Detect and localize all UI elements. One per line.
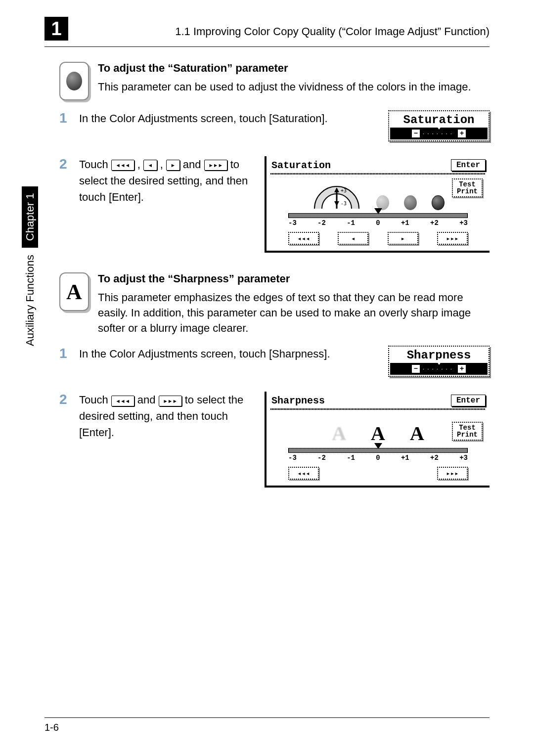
step-number: 1: [59, 346, 79, 377]
chip-dots: ∙∙∙∙∙∙∙: [423, 130, 455, 137]
step-number: 2: [59, 156, 79, 253]
side-tab-text: Auxiliary Functions: [24, 255, 36, 346]
back-button-icon[interactable]: ◂: [143, 160, 157, 171]
t: Print: [457, 431, 478, 439]
tick: -3: [288, 454, 297, 462]
tick: +1: [401, 454, 409, 462]
page-number: 1-6: [44, 722, 59, 733]
rewind-button-icon[interactable]: ◂◂◂: [111, 160, 134, 171]
sample-a-mid-icon: A: [371, 422, 385, 445]
saturation-gauge-row: +3 -3: [273, 178, 483, 210]
side-tab-chapter: Chapter 1: [22, 186, 38, 248]
fast-forward-button[interactable]: ▸▸▸: [437, 467, 468, 480]
step-text: In the Color Adjustments screen, touch […: [79, 110, 388, 141]
step-number: 2: [59, 392, 79, 488]
t: and: [183, 158, 204, 171]
forward-button[interactable]: ▸: [388, 232, 418, 245]
sharpness-chip[interactable]: Sharpness − ∙∙∙∙∙∙∙ +: [388, 346, 490, 377]
sharpness-title: To adjust the “Sharpness” parameter: [98, 272, 490, 285]
t: Touch: [79, 158, 111, 171]
scale-marker-icon: [374, 208, 382, 214]
tick: +2: [430, 454, 439, 462]
tick: -2: [317, 219, 326, 227]
chapter-number: 1: [51, 18, 61, 40]
scale-marker-icon: [374, 443, 382, 449]
t: Print: [457, 187, 478, 195]
rewind-button[interactable]: ◂◂◂: [288, 232, 319, 245]
chip-bar: − ∙∙∙∙∙∙∙ +: [390, 363, 488, 375]
enter-button[interactable]: Enter: [451, 159, 486, 171]
scale: -3 -2 -1 0 +1 +2 +3: [288, 213, 468, 227]
enter-button[interactable]: Enter: [451, 395, 486, 406]
tick: 0: [376, 219, 380, 227]
gauge-up: +3: [341, 188, 347, 193]
sharpness-icon: A: [59, 272, 89, 311]
sharpness-step-2: 2 Touch ◂◂◂ and ▸▸▸ to select the desire…: [59, 392, 490, 488]
minus-icon: −: [412, 365, 420, 373]
saturation-desc: This parameter can be used to adjust the…: [98, 80, 490, 95]
tick: 0: [376, 454, 380, 462]
sample-a-low-icon: A: [332, 422, 346, 445]
sample-ball-mid-icon: [404, 195, 417, 210]
sample-ball-high-icon: [432, 195, 445, 210]
chip-bar: − ∙∙∙∙∙∙∙ +: [390, 128, 488, 139]
test-print-button[interactable]: Test Print: [452, 178, 483, 197]
sharpness-panel: Sharpness Enter Test Print A A A: [265, 392, 490, 488]
panel-title: Sharpness: [271, 395, 325, 406]
tick: +3: [459, 454, 468, 462]
tick: +2: [430, 219, 439, 227]
t: ,: [160, 158, 166, 171]
letter-a-icon: A: [66, 279, 82, 305]
gauge-icon: +3 -3: [312, 181, 361, 210]
chip-dots: ∙∙∙∙∙∙∙: [423, 365, 455, 372]
chip-marker-icon: [436, 125, 443, 130]
arrow-buttons: ◂◂◂ ◂ ▸ ▸▸▸: [288, 232, 468, 245]
gauge-down: -3: [341, 201, 347, 206]
fast-forward-button-icon[interactable]: ▸▸▸: [204, 160, 227, 171]
t: and: [137, 394, 159, 406]
saturation-icon: [59, 62, 89, 100]
step-text: In the Color Adjustments screen, touch […: [79, 346, 388, 377]
page-header: 1 1.1 Improving Color Copy Quality (“Col…: [44, 20, 490, 47]
tick: -1: [347, 454, 355, 462]
rewind-button[interactable]: ◂◂◂: [288, 467, 319, 480]
page-footer: 1-6: [44, 717, 490, 733]
tick: +1: [401, 219, 409, 227]
arrow-buttons: ◂◂◂ ▸▸▸: [288, 467, 468, 480]
tick: -2: [317, 454, 326, 462]
saturation-panel: Saturation Enter Test Print: [265, 156, 490, 253]
sample-a-high-icon: A: [410, 422, 424, 445]
divider: [270, 408, 486, 410]
saturation-chip[interactable]: Saturation − ∙∙∙∙∙∙∙ +: [388, 110, 490, 141]
tick: +3: [459, 219, 468, 227]
step-text: Touch ◂◂◂ and ▸▸▸ to select the desired …: [79, 392, 265, 488]
tick: -3: [288, 219, 297, 227]
scale: -3 -2 -1 0 +1 +2 +3: [288, 448, 468, 462]
chip-marker-icon: [436, 360, 443, 365]
fast-forward-button[interactable]: ▸▸▸: [437, 232, 468, 245]
ball-icon: [66, 72, 82, 90]
plus-icon: +: [458, 130, 466, 137]
plus-icon: +: [458, 365, 466, 373]
sharpness-section: A To adjust the “Sharpness” parameter Th…: [59, 272, 490, 336]
sharpness-samples: A A A: [273, 422, 483, 445]
rewind-button-icon[interactable]: ◂◂◂: [111, 396, 134, 406]
t: ,: [137, 158, 143, 171]
forward-button-icon[interactable]: ▸: [166, 160, 180, 171]
step-text: Touch ◂◂◂ , ◂ , ▸ and ▸▸▸ to select the …: [79, 156, 265, 253]
test-print-button[interactable]: Test Print: [452, 422, 483, 441]
divider: [270, 173, 486, 175]
panel-title: Saturation: [271, 160, 331, 171]
saturation-step-2: 2 Touch ◂◂◂ , ◂ , ▸ and ▸▸▸ to select th…: [59, 156, 490, 253]
minus-icon: −: [412, 130, 420, 137]
fast-forward-button-icon[interactable]: ▸▸▸: [159, 396, 182, 406]
back-button[interactable]: ◂: [338, 232, 368, 245]
side-tab: Auxiliary Functions Chapter 1: [24, 186, 37, 346]
page-title: 1.1 Improving Color Copy Quality (“Color…: [88, 25, 490, 38]
sharpness-step-1: 1 In the Color Adjustments screen, touch…: [59, 346, 490, 377]
step-number: 1: [59, 110, 79, 141]
chapter-tab: 1: [44, 17, 68, 41]
saturation-title: To adjust the “Saturation” parameter: [98, 62, 490, 75]
saturation-section: To adjust the “Saturation” parameter Thi…: [59, 62, 490, 100]
sharpness-desc: This parameter emphasizes the edges of t…: [98, 290, 490, 336]
